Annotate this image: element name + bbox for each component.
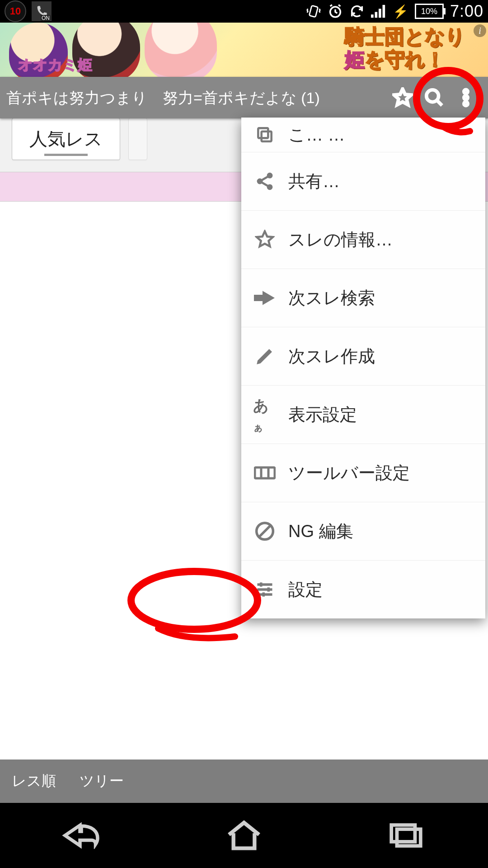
svg-rect-10 bbox=[262, 132, 272, 142]
back-button[interactable] bbox=[41, 815, 122, 856]
menu-item-next-create[interactable]: 次スレ作成 bbox=[241, 327, 485, 386]
menu-label: 次スレ検索 bbox=[288, 287, 375, 310]
svg-rect-4 bbox=[379, 9, 381, 18]
menu-label: 次スレ作成 bbox=[288, 345, 375, 368]
menu-item-settings[interactable]: 設定 bbox=[241, 561, 485, 618]
sort-toggle[interactable]: レス順 bbox=[0, 760, 68, 803]
menu-item-next-search[interactable]: 次スレ検索 bbox=[241, 269, 485, 327]
sync-icon bbox=[349, 4, 365, 19]
ad-character-3 bbox=[145, 23, 217, 77]
ad-banner[interactable]: オオカミ姫 騎士団となり 姫を守れ！ i bbox=[0, 23, 488, 77]
alarm-icon bbox=[328, 4, 343, 19]
share-icon bbox=[253, 170, 277, 193]
svg-point-9 bbox=[464, 102, 468, 105]
menu-item-thread-info[interactable]: スレの情報… bbox=[241, 211, 485, 269]
menu-label: スレの情報… bbox=[288, 228, 393, 251]
svg-rect-0 bbox=[309, 5, 318, 17]
svg-rect-17 bbox=[260, 582, 263, 586]
svg-point-7 bbox=[464, 90, 468, 93]
signal-icon bbox=[371, 5, 386, 18]
tab-popular[interactable]: 人気レス bbox=[12, 118, 120, 160]
menu-label: 設定 bbox=[288, 578, 323, 601]
pencil-icon bbox=[253, 344, 277, 368]
menu-label: NG 編集 bbox=[288, 520, 353, 543]
menu-label: ツールバー設定 bbox=[288, 462, 410, 485]
record-badge: 10 bbox=[5, 0, 26, 22]
ad-info-icon[interactable]: i bbox=[474, 24, 486, 37]
battery-icon: 10% bbox=[415, 4, 444, 19]
overflow-menu-button[interactable] bbox=[450, 82, 482, 113]
ad-logo-text: オオカミ姫 bbox=[18, 55, 92, 75]
block-icon bbox=[253, 519, 277, 543]
menu-item-toolbar-settings[interactable]: ツールバー設定 bbox=[241, 444, 485, 502]
home-button[interactable] bbox=[203, 815, 285, 856]
svg-rect-5 bbox=[382, 5, 385, 18]
copy-icon bbox=[253, 123, 277, 146]
bottom-toolbar: レス順 ツリー bbox=[0, 760, 488, 803]
svg-rect-11 bbox=[258, 128, 268, 138]
svg-rect-15 bbox=[255, 467, 275, 478]
charge-icon: ⚡ bbox=[393, 4, 408, 19]
tab-next-partial[interactable] bbox=[128, 118, 147, 160]
menu-label: 共有… bbox=[288, 170, 340, 193]
android-navbar bbox=[0, 803, 488, 868]
menu-item-copy[interactable]: こ… … bbox=[241, 118, 485, 152]
recent-apps-button[interactable] bbox=[366, 815, 447, 856]
menu-item-ng-edit[interactable]: NG 編集 bbox=[241, 502, 485, 561]
svg-rect-19 bbox=[263, 592, 265, 596]
status-bar: 10 ON ⚡ 10% 7:00 bbox=[0, 0, 488, 23]
clock-text: 7:00 bbox=[450, 2, 483, 21]
tree-toggle[interactable]: ツリー bbox=[68, 760, 136, 803]
menu-label: 表示設定 bbox=[288, 403, 357, 426]
svg-point-8 bbox=[464, 96, 468, 99]
sliders-icon bbox=[253, 578, 277, 601]
phone-on-icon: ON bbox=[32, 1, 52, 21]
ad-headline: 騎士団となり 姫を守れ！ bbox=[345, 25, 465, 71]
toolbar-icon bbox=[253, 461, 277, 485]
svg-rect-3 bbox=[375, 12, 377, 18]
star-outline-icon bbox=[253, 228, 277, 251]
arrow-right-icon bbox=[253, 286, 277, 310]
vibrate-icon bbox=[306, 4, 321, 19]
menu-item-display-settings[interactable]: あぁ 表示設定 bbox=[241, 386, 485, 444]
menu-label: こ… … bbox=[288, 123, 345, 146]
svg-rect-2 bbox=[371, 14, 374, 18]
app-titlebar: 首ポキは努力つまり 努力=首ポキだよな (1) bbox=[0, 77, 488, 118]
svg-point-13 bbox=[258, 179, 263, 184]
favorite-button[interactable] bbox=[387, 82, 418, 113]
svg-point-14 bbox=[267, 184, 272, 189]
search-button[interactable] bbox=[418, 82, 450, 113]
svg-rect-18 bbox=[267, 587, 270, 591]
font-size-icon: あぁ bbox=[253, 403, 277, 426]
overflow-menu: こ… … 共有… スレの情報… 次スレ検索 次スレ作成 bbox=[241, 118, 485, 618]
svg-point-6 bbox=[427, 90, 439, 102]
svg-point-12 bbox=[267, 173, 272, 178]
thread-title: 首ポキは努力つまり 努力=首ポキだよな (1) bbox=[6, 88, 387, 108]
menu-item-share[interactable]: 共有… bbox=[241, 152, 485, 211]
